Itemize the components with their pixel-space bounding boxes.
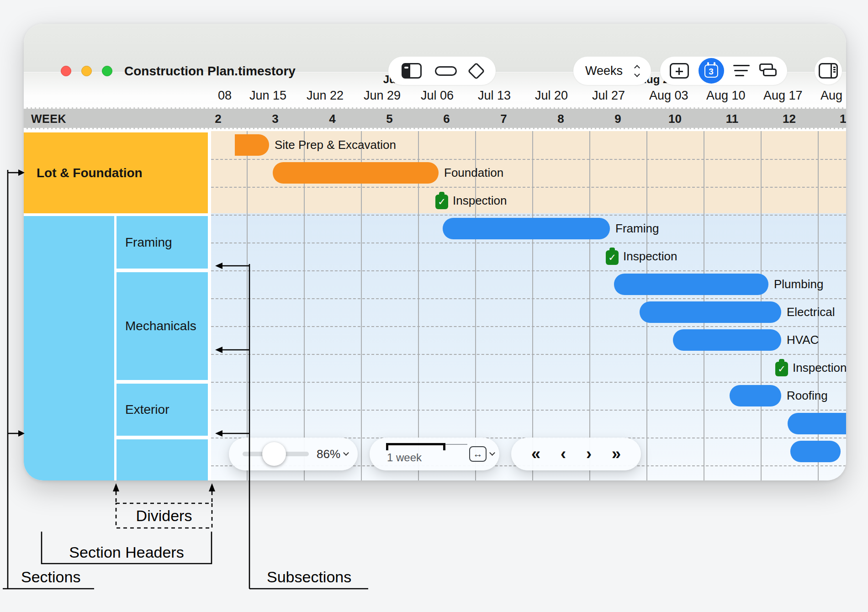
- week-number: 3: [259, 109, 291, 129]
- annotation-sections: Sections: [21, 568, 80, 586]
- row-divider-dashed-line: [211, 298, 846, 299]
- row-divider-dashed-line: [211, 270, 846, 271]
- annotation-dividers: Dividers: [116, 507, 212, 525]
- week-row-label: WEEK: [31, 109, 66, 129]
- section-header-construction[interactable]: Construction: [24, 216, 114, 480]
- date-label: Jun 29: [364, 89, 401, 103]
- task-bar[interactable]: [673, 329, 781, 351]
- inspector-toggle[interactable]: [815, 57, 842, 84]
- subsection-unnamed[interactable]: [116, 439, 208, 480]
- week-number: 8: [545, 109, 577, 129]
- sidebar-chart-divider[interactable]: [208, 107, 211, 480]
- task-bar[interactable]: [640, 301, 781, 323]
- go-first-button[interactable]: «: [531, 438, 540, 470]
- week-number: 2: [202, 109, 234, 129]
- gridline: [589, 85, 590, 480]
- go-prev-button[interactable]: ‹: [561, 438, 566, 470]
- date-label: Aug 10: [706, 89, 746, 103]
- task-bar[interactable]: [235, 134, 269, 156]
- close-button[interactable]: [61, 66, 71, 76]
- inspection-milestone-icon[interactable]: ✓: [775, 359, 788, 376]
- task-label: Framing: [615, 215, 659, 243]
- week-number: 4: [317, 109, 349, 129]
- inspection-milestone-icon[interactable]: ✓: [606, 248, 619, 265]
- task-bar[interactable]: [788, 413, 846, 434]
- row-divider-dashed-line: [211, 215, 846, 216]
- stacked-cards-icon[interactable]: [759, 63, 778, 78]
- window-titlebar: Construction Plan.timestory Weeks: [24, 24, 846, 72]
- insert-toolbar: [388, 57, 496, 85]
- date-label: Jun 15: [249, 89, 286, 103]
- row-divider-dashed-line: [211, 187, 846, 188]
- milestone-check: ✓: [606, 250, 619, 265]
- calendar-badge-button[interactable]: 3: [699, 58, 724, 84]
- week-number: 9: [602, 109, 634, 129]
- date-label: Jul 20: [535, 89, 568, 103]
- split-view-icon[interactable]: [670, 63, 689, 79]
- new-milestone-icon[interactable]: [467, 62, 485, 79]
- week-number: 13: [831, 109, 847, 129]
- go-last-button[interactable]: »: [612, 438, 621, 470]
- minimize-button[interactable]: [81, 66, 92, 76]
- task-label: Foundation: [444, 159, 503, 187]
- gridline: [418, 85, 419, 480]
- zoom-slider-knob[interactable]: [262, 442, 286, 466]
- new-bar-icon[interactable]: [435, 66, 457, 76]
- week-number: 12: [773, 109, 805, 129]
- inspection-milestone-icon[interactable]: ✓: [435, 192, 448, 209]
- week-number: 5: [374, 109, 406, 129]
- task-label: Plumbing: [774, 270, 823, 298]
- sidebar-left-icon[interactable]: [402, 63, 422, 79]
- milestone-check: ✓: [435, 195, 448, 209]
- gridline: [532, 85, 533, 480]
- task-bar[interactable]: [790, 441, 841, 462]
- view-mode-selector[interactable]: Weeks: [573, 57, 651, 85]
- week-number: 11: [716, 109, 748, 129]
- date-label: Aug: [820, 89, 842, 103]
- row-divider-dashed-line: [211, 410, 846, 411]
- date-label: 08: [218, 89, 232, 103]
- window-title: Construction Plan.timestory: [124, 64, 296, 79]
- row-divider-dashed-line: [211, 382, 846, 383]
- subsection-label: Mechanicals: [125, 319, 196, 333]
- app-window: Site Prep & ExcavationFoundation✓Inspect…: [24, 24, 846, 480]
- go-next-button[interactable]: ›: [586, 438, 592, 470]
- view-mode-value: Weeks: [585, 64, 623, 78]
- section-header-lot-foundation[interactable]: Lot & Foundation: [24, 132, 208, 213]
- task-label: Inspection: [453, 187, 507, 215]
- week-number: 10: [659, 109, 691, 129]
- task-bar[interactable]: [730, 385, 781, 406]
- subsection-exterior[interactable]: Exterior: [116, 384, 208, 436]
- range-ruler-line: [445, 444, 467, 445]
- row-divider-dashed-line: [211, 243, 846, 243]
- subsection-mechanicals[interactable]: Mechanicals: [116, 272, 208, 380]
- zoom-value: 86%: [314, 447, 343, 461]
- sidebar-right-icon: [819, 63, 838, 79]
- range-chevron-icon[interactable]: [489, 450, 495, 456]
- calendar-badge-count: 3: [704, 65, 718, 78]
- date-label: Jul 06: [421, 89, 454, 103]
- row-list-icon[interactable]: [733, 65, 750, 77]
- task-label: Electrical: [787, 298, 835, 326]
- task-bar[interactable]: [443, 218, 610, 239]
- task-bar[interactable]: [273, 162, 439, 184]
- row-divider-dashed-line: [211, 326, 846, 327]
- task-bar[interactable]: [614, 274, 768, 295]
- range-ruler-tick-left: [386, 443, 388, 450]
- subsection-label: Exterior: [125, 402, 169, 417]
- date-label: Jul 13: [478, 89, 511, 103]
- range-ruler-bar: [386, 443, 445, 445]
- task-label: Inspection(s): [793, 354, 846, 382]
- up-down-chevrons-icon: [635, 66, 639, 76]
- fit-width-icon[interactable]: ↔: [469, 446, 487, 462]
- task-label: Inspection: [623, 243, 677, 270]
- maximize-button[interactable]: [102, 66, 112, 76]
- range-control[interactable]: 1 week ↔: [370, 438, 499, 470]
- date-label: Aug 03: [649, 89, 688, 103]
- date-label: Jul 27: [592, 89, 625, 103]
- zoom-chevron-icon[interactable]: [343, 450, 349, 456]
- task-label: HVAC: [787, 326, 819, 354]
- task-label: Site Prep & Excavation: [275, 131, 396, 159]
- range-value: 1 week: [387, 451, 422, 464]
- subsection-framing[interactable]: Framing: [116, 216, 208, 269]
